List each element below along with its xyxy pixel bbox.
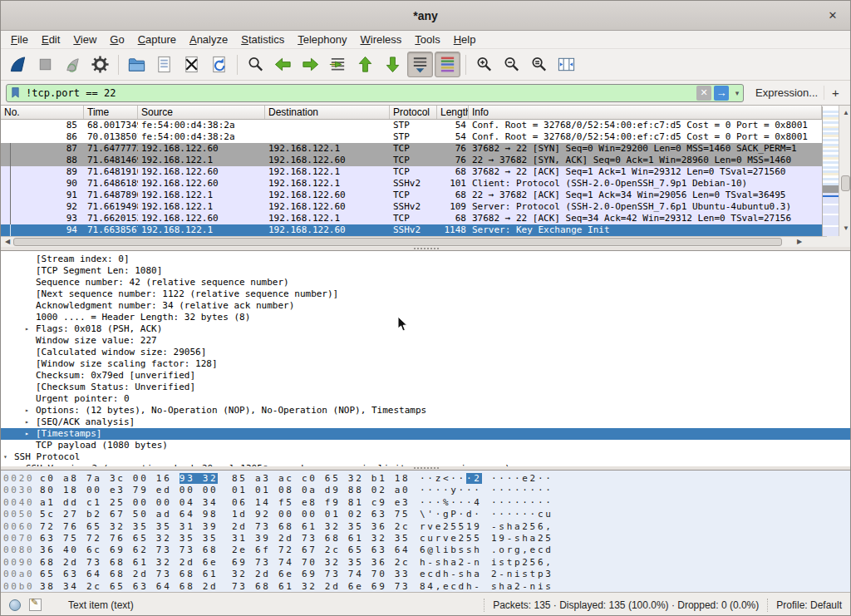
detail-line[interactable]: TCP payload (1080 bytes) [1, 440, 850, 451]
packet-bytes-pane[interactable]: 0020c0 a8 7a 3c 00 16 93 3285 a3 ac c0 6… [1, 470, 850, 592]
packet-list-minimap[interactable] [822, 106, 839, 236]
menu-statistics[interactable]: Statistics [234, 32, 291, 47]
detail-line[interactable]: Checksum: 0x79ed [unverified] [1, 370, 850, 382]
zoom-out-button[interactable] [499, 52, 524, 77]
menu-analyze[interactable]: Analyze [183, 32, 234, 47]
zoom-original-button[interactable] [526, 52, 552, 77]
detail-line[interactable]: [Window size scaling factor: 128] [1, 358, 850, 370]
detail-line[interactable]: [Calculated window size: 29056] [1, 347, 850, 358]
expand-icon[interactable]: ▸ [25, 416, 29, 428]
scroll-left-icon[interactable]: ◀ [2, 237, 13, 247]
menu-edit[interactable]: Edit [35, 32, 66, 47]
detail-line[interactable]: ▸Options: (12 bytes), No-Operation (NOP)… [1, 405, 850, 416]
capture-comment-icon[interactable] [29, 599, 42, 611]
packet-list-hscrollbar[interactable]: ◀ ▶ [1, 236, 829, 247]
menu-file[interactable]: File [4, 32, 35, 47]
detail-line[interactable]: [Checksum Status: Unverified] [1, 382, 850, 393]
capture-restart-button[interactable] [60, 52, 86, 77]
detail-line[interactable]: [TCP Segment Len: 1080] [1, 265, 850, 277]
file-save-button[interactable] [151, 52, 177, 77]
hex-row-0040[interactable]: 0040a1 dd c1 25 00 00 04 3406 14 f5 e8 f… [3, 497, 850, 509]
menu-capture[interactable]: Capture [131, 32, 183, 47]
scroll-right-icon[interactable]: ▶ [794, 237, 805, 247]
packet-row-92[interactable]: 9271.661949820192.168.122.1192.168.122.6… [1, 201, 822, 213]
detail-line[interactable]: Window size value: 227 [1, 335, 850, 347]
file-open-button[interactable] [124, 52, 150, 77]
column-header-destination[interactable]: Destination [265, 106, 390, 119]
hex-row-0050[interactable]: 00505c 27 b2 67 50 ad 64 981d 92 00 00 0… [3, 509, 850, 520]
expand-icon[interactable]: ▸ [25, 405, 29, 416]
detail-line[interactable]: ▸[SEQ/ACK analysis] [1, 416, 850, 428]
column-header-length[interactable]: Length [437, 106, 469, 119]
detail-line[interactable]: ▸[Timestamps] [1, 428, 850, 440]
menu-wireless[interactable]: Wireless [354, 32, 409, 47]
detail-line[interactable]: [Next sequence number: 1122 (relative se… [1, 288, 850, 300]
detail-line[interactable]: 1000 .... = Header Length: 32 bytes (8) [1, 312, 850, 323]
expression-button[interactable]: Expression... [755, 86, 818, 99]
menu-help[interactable]: Help [447, 32, 483, 47]
go-forward-button[interactable] [298, 52, 323, 77]
capture-start-button[interactable] [5, 52, 31, 77]
detail-line[interactable]: Urgent pointer: 0 [1, 393, 850, 405]
go-back-button[interactable] [270, 52, 296, 77]
packet-row-86[interactable]: 8670.013850163fe:54:00:d4:38:2aSTP54Conf… [1, 131, 822, 143]
column-header-protocol[interactable]: Protocol [390, 106, 437, 119]
hscroll-thumb[interactable] [13, 238, 782, 246]
add-filter-button[interactable]: + [824, 86, 840, 100]
capture-options-button[interactable] [87, 52, 113, 77]
filter-history-dropdown-icon[interactable]: ▾ [731, 89, 743, 97]
column-header-source[interactable]: Source [138, 106, 265, 119]
go-last-packet-button[interactable] [380, 52, 406, 77]
column-header-no[interactable]: No. [1, 106, 84, 119]
menu-tools[interactable]: Tools [408, 32, 446, 47]
column-header-info[interactable]: Info [469, 106, 822, 119]
file-close-button[interactable] [179, 52, 204, 77]
hex-row-0080[interactable]: 008036 40 6c 69 62 73 73 682e 6f 72 67 2… [3, 545, 850, 556]
zoom-in-button[interactable] [471, 52, 497, 77]
display-filter-entry[interactable]: ✕ → ▾ [6, 84, 744, 102]
packet-row-88[interactable]: 8871.648146932192.168.122.1192.168.122.6… [1, 155, 822, 166]
close-window-button[interactable]: ✕ [825, 8, 840, 23]
hex-row-0070[interactable]: 007063 75 72 76 65 32 35 3531 39 2d 73 6… [3, 533, 850, 545]
menu-telephony[interactable]: Telephony [291, 32, 353, 47]
menu-go[interactable]: Go [103, 32, 130, 47]
vscroll-thumb[interactable] [841, 175, 850, 191]
hex-row-0060[interactable]: 006072 76 65 32 35 35 31 392d 73 68 61 3… [3, 521, 850, 533]
expand-icon[interactable]: ▸ [25, 323, 29, 335]
scroll-up-icon[interactable]: ▲ [839, 107, 851, 119]
resize-columns-button[interactable] [553, 52, 579, 77]
detail-line[interactable]: Sequence number: 42 (relative sequence n… [1, 277, 850, 288]
expand-icon[interactable]: ▸ [25, 428, 29, 440]
display-filter-input[interactable] [23, 85, 696, 101]
profile-label[interactable]: Profile: Default [776, 599, 842, 611]
filter-bookmark-icon[interactable] [7, 85, 23, 101]
file-reload-button[interactable] [206, 52, 232, 77]
packet-row-89[interactable]: 8971.648191037192.168.122.60192.168.122.… [1, 166, 822, 178]
colorize-button[interactable] [435, 52, 460, 77]
go-to-packet-button[interactable] [325, 52, 351, 77]
column-header-time[interactable]: Time [84, 106, 138, 119]
detail-line[interactable]: [Stream index: 0] [1, 254, 850, 265]
menu-view[interactable]: View [66, 32, 103, 47]
scroll-down-icon[interactable]: ▼ [839, 223, 851, 234]
packet-row-90[interactable]: 9071.648618924192.168.122.60192.168.122.… [1, 178, 822, 190]
packet-row-87[interactable]: 8771.647777234192.168.122.60192.168.122.… [1, 143, 822, 155]
detail-line[interactable]: Acknowledgment number: 34 (relative ack … [1, 300, 850, 312]
packet-row-94[interactable]: 9471.663856741192.168.122.1192.168.122.6… [1, 224, 822, 236]
collapse-icon[interactable]: ▾ [3, 451, 7, 463]
autoscroll-button[interactable] [407, 52, 433, 77]
packet-row-91[interactable]: 9171.648789678192.168.122.1192.168.122.6… [1, 190, 822, 201]
hex-row-0090[interactable]: 009068 2d 73 68 61 32 2d 6e69 73 74 70 3… [3, 557, 850, 569]
detail-line[interactable]: ▾SSH Protocol [1, 451, 850, 463]
hex-row-0030[interactable]: 003080 18 00 e3 79 ed 00 0001 01 08 0a d… [3, 485, 850, 496]
find-packet-button[interactable] [243, 52, 268, 77]
hex-row-00a0[interactable]: 00a065 63 64 68 2d 73 68 6132 2d 6e 69 7… [3, 569, 850, 580]
detail-line[interactable]: ▸Flags: 0x018 (PSH, ACK) [1, 323, 850, 335]
packet-row-93[interactable]: 9371.662015274192.168.122.60192.168.122.… [1, 213, 822, 224]
packet-list-vscrollbar[interactable]: ▲ ▼ [839, 106, 851, 236]
packet-row-85[interactable]: 8568.001734936fe:54:00:d4:38:2aSTP54Conf… [1, 120, 822, 131]
filter-apply-button[interactable]: → [714, 86, 729, 101]
go-first-packet-button[interactable] [352, 52, 378, 77]
capture-stop-button[interactable] [32, 52, 58, 77]
hex-row-00b0[interactable]: 00b038 34 2c 65 63 64 68 2d73 68 61 32 2… [3, 581, 850, 592]
